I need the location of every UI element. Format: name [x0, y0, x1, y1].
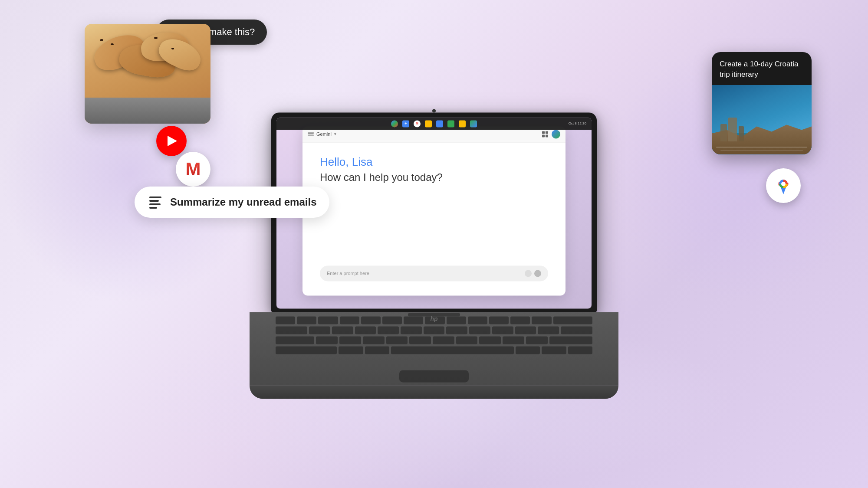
- gemini-title: Gemini: [316, 131, 332, 137]
- gemini-dropdown-arrow: ▾: [334, 132, 336, 136]
- summarize-emails-pill[interactable]: Summarize my unread emails: [135, 187, 329, 218]
- taskbar-gmail-icon[interactable]: M: [414, 120, 421, 127]
- webcam: [432, 109, 436, 112]
- svg-rect-5: [149, 197, 161, 198]
- google-maps-icon[interactable]: [766, 168, 801, 203]
- mic-icon[interactable]: [525, 270, 532, 277]
- apps-grid-icon[interactable]: [542, 131, 548, 137]
- gemini-body: Hello, Lisa How can I help you today? En…: [302, 142, 566, 294]
- greeting-text: Hello, Lisa: [320, 155, 548, 169]
- laptop-base-section: hp: [250, 312, 618, 399]
- croissant-card: [85, 24, 210, 124]
- gemini-input-area[interactable]: Enter a prompt here: [320, 265, 548, 281]
- svg-rect-6: [149, 200, 159, 202]
- hp-logo: hp: [430, 315, 437, 322]
- gemini-window: Gemini ▾ Hello, Lisa How can I help you …: [302, 126, 566, 295]
- taskbar-sheets-icon[interactable]: [447, 120, 454, 127]
- svg-marker-3: [781, 187, 786, 194]
- taskbar: + M Oct 8 12:30: [276, 118, 592, 130]
- croatia-card: Create a 10-day Croatia trip itinerary: [712, 52, 812, 154]
- laptop: Gemini ▾ Hello, Lisa How can I help you …: [250, 112, 618, 399]
- svg-point-4: [781, 182, 786, 186]
- taskbar-time: Oct 8 12:30: [569, 121, 586, 125]
- taskbar-plus-icon[interactable]: +: [402, 120, 409, 127]
- youtube-play-icon: [168, 136, 177, 146]
- taskbar-docs-icon[interactable]: [436, 120, 443, 127]
- touchpad[interactable]: [399, 370, 469, 382]
- keyboard-area: [250, 312, 618, 386]
- hamburger-icon[interactable]: [308, 132, 314, 136]
- taskbar-files-icon[interactable]: [425, 120, 432, 127]
- croatia-image: [712, 85, 812, 154]
- svg-rect-7: [149, 203, 161, 205]
- croissant-image: [85, 24, 210, 124]
- taskbar-slides-icon[interactable]: [459, 120, 466, 127]
- summarize-text: Summarize my unread emails: [170, 196, 316, 208]
- croatia-card-text: Create a 10-day Croatia trip itinerary: [712, 52, 812, 85]
- gmail-m-letter: M: [186, 160, 201, 178]
- svg-rect-8: [149, 207, 157, 209]
- email-list-icon: [148, 194, 163, 210]
- laptop-bottom-rim: hp: [250, 386, 618, 399]
- taskbar-maps-icon[interactable]: [470, 120, 477, 127]
- send-icon[interactable]: [534, 270, 541, 277]
- user-avatar[interactable]: [552, 130, 560, 138]
- maps-pin-svg: [775, 177, 792, 194]
- taskbar-chrome-icon[interactable]: [391, 120, 398, 127]
- gmail-icon[interactable]: M: [176, 152, 210, 187]
- help-text: How can I help you today?: [320, 171, 548, 183]
- youtube-icon[interactable]: [156, 126, 187, 156]
- input-placeholder: Enter a prompt here: [327, 271, 369, 276]
